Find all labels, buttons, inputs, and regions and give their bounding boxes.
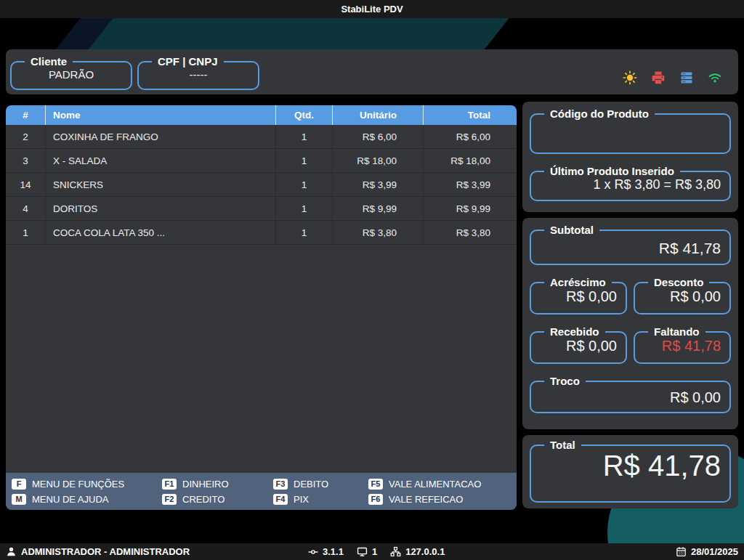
funcbar-label: VALE ALIMENTACAO	[389, 479, 481, 490]
desconto-field: Desconto R$ 0,00	[634, 276, 731, 315]
key-badge: F3	[273, 479, 288, 490]
product-code-field[interactable]: Código do Produto	[530, 107, 731, 154]
cell-id: 1	[6, 221, 46, 244]
cell-unitario: R$ 3,99	[333, 173, 424, 196]
desconto-value: R$ 0,00	[642, 288, 722, 305]
product-entry-panel: Código do Produto Último Produto Inserid…	[522, 102, 738, 212]
last-product-label: Último Produto Inserido	[544, 165, 680, 177]
cell-total: R$ 6,00	[424, 125, 517, 148]
funcbar-item-menu-funcoes[interactable]: F MENU DE FUNÇÕES	[12, 479, 162, 490]
status-user-text: ADMINISTRADOR - ADMINISTRADOR	[21, 546, 190, 557]
subtotal-value: R$ 41,78	[538, 240, 722, 257]
col-header-total: Total	[424, 105, 517, 125]
col-header-qtd: Qtd.	[276, 105, 333, 125]
key-badge: F5	[368, 479, 383, 490]
theme-sun-icon[interactable]	[623, 70, 637, 85]
status-terminal-text: 1	[372, 546, 377, 557]
funcbar-label: DEBITO	[294, 479, 328, 490]
table-row[interactable]: 1 COCA COLA LATA 350 ... 1 R$ 3,80 R$ 3,…	[6, 221, 517, 245]
cell-unitario: R$ 9,99	[333, 197, 424, 220]
product-code-input[interactable]	[538, 120, 722, 139]
sale-items-panel: # Nome Qtd. Unitário Total 2 COXINHA DE …	[6, 105, 517, 510]
cell-id: 3	[6, 149, 46, 172]
total-value: R$ 41,78	[538, 450, 722, 482]
funcbar-item-debito[interactable]: F3 DEBITO	[273, 479, 368, 490]
cliente-label: Cliente	[25, 55, 73, 68]
cell-total: R$ 3,80	[424, 221, 517, 244]
app-title: StabiLite PDV	[341, 4, 403, 15]
status-version-text: 3.1.1	[323, 546, 344, 557]
recebido-value: R$ 0,00	[538, 338, 618, 354]
funcbar-item-vale-refeicao[interactable]: F6 VALE REFEICAO	[368, 494, 517, 505]
cell-qtd: 1	[276, 173, 333, 196]
funcbar-item-dinheiro[interactable]: F1 DINHEIRO	[162, 479, 273, 490]
funcbar-label: DINHEIRO	[182, 479, 229, 490]
faltando-value: R$ 41,78	[642, 338, 722, 354]
funcbar-item-menu-ajuda[interactable]: M MENU DE AJUDA	[12, 494, 162, 505]
customer-panel: Cliente PADRÃO CPF | CNPJ -----	[6, 49, 738, 94]
col-header-unitario: Unitário	[333, 105, 424, 125]
cell-unitario: R$ 3,80	[333, 221, 424, 244]
funcbar-item-pix[interactable]: F4 PIX	[273, 494, 368, 505]
acrescimo-field: Acréscimo R$ 0,00	[530, 276, 627, 315]
status-ip: 127.0.0.1	[390, 546, 445, 557]
user-icon	[6, 546, 17, 557]
key-badge: M	[12, 494, 26, 505]
cell-nome: DORITOS	[46, 197, 276, 220]
network-icon	[390, 546, 401, 557]
key-badge: F4	[273, 494, 288, 505]
acrescimo-label: Acréscimo	[544, 276, 612, 288]
funcbar-label: VALE REFEICAO	[389, 494, 463, 505]
col-header-nome: Nome	[46, 105, 276, 125]
status-ip-text: 127.0.0.1	[405, 546, 445, 557]
desconto-label: Desconto	[648, 276, 709, 288]
last-product-field: Último Produto Inserido 1 x R$ 3,80 = R$…	[530, 165, 731, 201]
status-bar: ADMINISTRADOR - ADMINISTRADOR 3.1.1 1 12…	[0, 543, 744, 560]
troco-label: Troco	[544, 375, 586, 387]
total-field: Total R$ 41,78	[530, 439, 731, 503]
cell-total: R$ 18,00	[424, 149, 517, 172]
title-bar: StabiLite PDV	[0, 0, 744, 18]
cell-qtd: 1	[276, 197, 333, 220]
subtotal-label: Subtotal	[544, 224, 599, 236]
wifi-icon	[708, 70, 722, 85]
cpf-cnpj-field[interactable]: CPF | CNPJ -----	[137, 55, 259, 90]
function-key-bar: F MENU DE FUNÇÕES F1 DINHEIRO F3 DEBITO …	[6, 473, 517, 510]
product-code-label: Código do Produto	[544, 107, 655, 120]
cliente-field[interactable]: Cliente PADRÃO	[10, 55, 132, 90]
troco-field: Troco R$ 0,00	[530, 375, 731, 413]
subtotal-field: Subtotal R$ 41,78	[530, 224, 731, 265]
grand-total-panel: Total R$ 41,78	[522, 435, 738, 508]
cpf-cnpj-label: CPF | CNPJ	[152, 55, 224, 68]
funcbar-item-vale-alimentacao[interactable]: F5 VALE ALIMENTACAO	[368, 479, 517, 490]
faltando-label: Faltando	[648, 325, 705, 338]
version-commit-icon	[308, 547, 318, 557]
monitor-icon	[357, 546, 368, 557]
cpf-cnpj-value: -----	[146, 68, 251, 81]
key-badge: F1	[162, 479, 177, 490]
funcbar-item-credito[interactable]: F2 CREDITO	[162, 494, 273, 505]
printer-icon[interactable]	[651, 70, 666, 85]
table-row[interactable]: 3 X - SALADA 1 R$ 18,00 R$ 18,00	[6, 149, 517, 173]
faltando-field: Faltando R$ 41,78	[634, 325, 731, 364]
cell-nome: X - SALADA	[46, 149, 276, 172]
key-badge: F	[12, 479, 26, 490]
last-product-value: 1 x R$ 3,80 = R$ 3,80	[538, 177, 722, 192]
cell-unitario: R$ 6,00	[333, 125, 424, 148]
status-user: ADMINISTRADOR - ADMINISTRADOR	[6, 546, 190, 557]
cell-qtd: 1	[276, 221, 333, 244]
table-row[interactable]: 2 COXINHA DE FRANGO 1 R$ 6,00 R$ 6,00	[6, 125, 517, 149]
status-center-group: 3.1.1 1 127.0.0.1	[308, 546, 445, 557]
cell-id: 2	[6, 125, 46, 148]
funcbar-label: PIX	[294, 494, 309, 505]
table-row[interactable]: 4 DORITOS 1 R$ 9,99 R$ 9,99	[6, 197, 517, 221]
col-header-id: #	[6, 105, 46, 125]
table-row[interactable]: 14 SNICKERS 1 R$ 3,99 R$ 3,99	[6, 173, 517, 197]
cell-nome: SNICKERS	[46, 173, 276, 196]
table-empty-area	[6, 245, 517, 473]
funcbar-label: MENU DE FUNÇÕES	[32, 479, 124, 490]
recebido-field: Recebido R$ 0,00	[530, 325, 627, 364]
cell-total: R$ 9,99	[424, 197, 517, 220]
cell-qtd: 1	[276, 149, 333, 172]
cell-total: R$ 3,99	[424, 173, 517, 196]
